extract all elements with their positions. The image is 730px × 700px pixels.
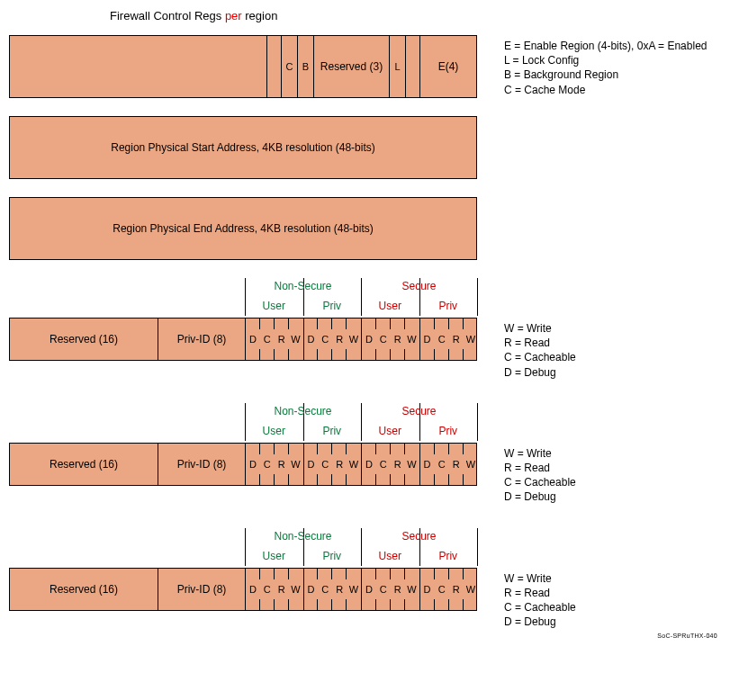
- hdr-s-user: User: [361, 300, 419, 312]
- perm-ns-user: D C R W: [246, 444, 304, 485]
- perm-s-priv: D C R W: [420, 444, 479, 485]
- hdr-s-user: User: [361, 550, 419, 562]
- legend-d: D = Debug: [504, 489, 576, 504]
- control-bit-b: B: [298, 36, 314, 97]
- bit-c: C: [318, 319, 332, 360]
- legend-r: R = Read: [504, 586, 576, 600]
- end-address-register: Region Physical End Address, 4KB resolut…: [9, 197, 477, 260]
- bit-w: W: [347, 444, 361, 485]
- bit-r: R: [332, 444, 347, 485]
- bit-r: R: [275, 569, 289, 610]
- hdr-s-priv: Priv: [419, 300, 478, 312]
- control-pad: [10, 36, 253, 97]
- perm-ns-user: D C R W: [246, 569, 304, 610]
- bit-c: C: [435, 569, 449, 610]
- legend-e: E = Enable Region (4-bits), 0xA = Enable…: [504, 39, 707, 53]
- start-address-text: Region Physical Start Address, 4KB resol…: [10, 117, 476, 178]
- legend-perm: W = Write R = Read C = Cacheable D = Deb…: [504, 318, 576, 380]
- perm-privid: Priv-ID (8): [158, 319, 246, 360]
- hdr-nonsecure: Non-Secure: [245, 405, 361, 417]
- bit-c: C: [260, 319, 275, 360]
- bit-c: C: [435, 319, 449, 360]
- title-suffix: region: [242, 9, 278, 22]
- bit-r: R: [391, 569, 405, 610]
- bit-d: D: [246, 319, 260, 360]
- legend-w: W = Write: [504, 571, 576, 586]
- legend-b: B = Background Region: [504, 67, 707, 82]
- bit-d: D: [420, 569, 435, 610]
- hdr-s-user: User: [361, 425, 419, 437]
- legend-l: L = Lock Config: [504, 53, 707, 67]
- hdr-nonsecure: Non-Secure: [245, 530, 361, 543]
- perm-s-priv: D C R W: [420, 569, 479, 610]
- bit-c: C: [376, 569, 391, 610]
- legend-r: R = Read: [504, 336, 576, 350]
- bit-c: C: [376, 319, 391, 360]
- bit-r: R: [449, 444, 464, 485]
- legend-perm: W = Write R = Read C = Cacheable D = Deb…: [504, 568, 576, 630]
- bit-w: W: [289, 569, 303, 610]
- end-address-text: Region Physical End Address, 4KB resolut…: [10, 198, 476, 259]
- bit-c: C: [260, 444, 275, 485]
- perm-ns-priv: D C R W: [304, 319, 363, 360]
- hdr-ns-priv: Priv: [303, 300, 362, 312]
- hdr-secure: Secure: [361, 280, 477, 292]
- perm-block-2: Non-Secure Secure User Priv User Priv Re…: [9, 403, 721, 505]
- legend-c: C = Cacheable: [504, 350, 576, 364]
- bit-w: W: [347, 319, 361, 360]
- bit-d: D: [420, 319, 435, 360]
- bit-c: C: [318, 444, 332, 485]
- bit-d: D: [246, 444, 260, 485]
- hdr-s-priv: Priv: [419, 550, 478, 562]
- legend-w: W = Write: [504, 446, 576, 461]
- legend-w: W = Write: [504, 321, 576, 336]
- bit-c: C: [318, 569, 332, 610]
- hdr-nonsecure: Non-Secure: [245, 280, 361, 292]
- perm-header: Non-Secure Secure User Priv User Priv: [9, 403, 477, 441]
- row-control-reg: C B Reserved (3) L E(4) E = Enable Regio…: [9, 35, 721, 98]
- perm-block-3: Non-Secure Secure User Priv User Priv Re…: [9, 528, 721, 630]
- hdr-ns-user: User: [245, 425, 303, 437]
- legend-d: D = Debug: [504, 615, 576, 629]
- perm-s-user: D C R W: [362, 319, 420, 360]
- perm-header: Non-Secure Secure User Priv User Priv: [9, 278, 477, 316]
- perm-ns-priv: D C R W: [304, 569, 363, 610]
- bit-r: R: [449, 319, 464, 360]
- bit-w: W: [405, 444, 419, 485]
- hdr-s-priv: Priv: [419, 425, 478, 437]
- hdr-ns-priv: Priv: [303, 425, 362, 437]
- bit-d: D: [362, 444, 376, 485]
- control-reserved: Reserved (3): [314, 36, 390, 97]
- legend-c: C = Cacheable: [504, 475, 576, 489]
- diagram-title: Firewall Control Regs per region: [110, 9, 721, 22]
- bit-w: W: [289, 444, 303, 485]
- hdr-ns-priv: Priv: [303, 550, 362, 562]
- perm-s-user: D C R W: [362, 569, 420, 610]
- perm-header: Non-Secure Secure User Priv User Priv: [9, 528, 477, 566]
- perm-block-1: Non-Secure Secure User Priv User Priv Re…: [9, 278, 721, 380]
- title-per: per: [225, 9, 242, 22]
- hdr-secure: Secure: [361, 405, 477, 417]
- bit-w: W: [464, 569, 478, 610]
- title-prefix: Firewall Control Regs: [110, 9, 225, 22]
- legend-r: R = Read: [504, 461, 576, 475]
- hdr-ns-user: User: [245, 550, 303, 562]
- bit-c: C: [260, 569, 275, 610]
- bit-w: W: [347, 569, 361, 610]
- control-bit-l: L: [390, 36, 406, 97]
- legend-control: E = Enable Region (4-bits), 0xA = Enable…: [504, 35, 707, 97]
- control-empty-bit-2: [267, 36, 282, 97]
- bit-w: W: [405, 319, 419, 360]
- bit-r: R: [275, 319, 289, 360]
- hdr-secure: Secure: [361, 530, 477, 543]
- perm-s-user: D C R W: [362, 444, 420, 485]
- bit-d: D: [304, 319, 319, 360]
- control-empty-bit-3: [406, 36, 420, 97]
- legend-c: C = Cache Mode: [504, 83, 707, 97]
- perm-register: Reserved (16) Priv-ID (8) D C R W D C R …: [9, 443, 477, 486]
- legend-c: C = Cacheable: [504, 600, 576, 615]
- perm-register: Reserved (16) Priv-ID (8) D C R W D C R …: [9, 568, 477, 611]
- bit-w: W: [289, 319, 303, 360]
- perm-row: Reserved (16) Priv-ID (8) D C R W D C R …: [9, 443, 721, 505]
- perm-reserved: Reserved (16): [10, 569, 158, 610]
